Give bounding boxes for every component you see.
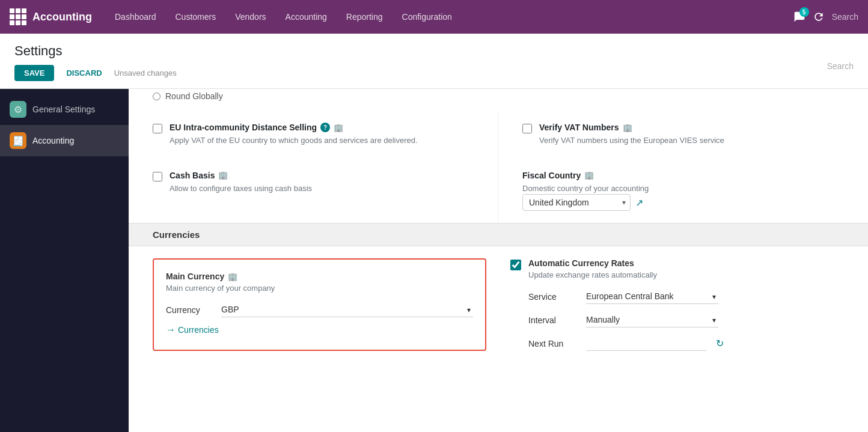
round-globally-label: Round Globally [165,91,223,101]
sidebar: ⚙ General Settings 🧾 Accounting [0,89,129,432]
currencies-grid: Main Currency 🏢 Main currency of your co… [129,246,868,363]
cash-basis-text: Cash Basis 🏢 Allow to configure taxes us… [170,171,312,195]
cash-basis-desc: Allow to configure taxes using cash basi… [170,183,312,195]
eu-distance-enterprise-icon: 🏢 [334,123,343,132]
nav-links: Dashboard Customers Vendors Accounting R… [106,7,789,26]
auto-currency-fields: Service European Central Bank Open Excha… [510,289,832,351]
app-title: Accounting [32,11,92,23]
sidebar-accounting-label: Accounting [32,136,74,145]
main-content: Round Globally EU Intra-community Distan… [129,89,868,432]
eu-distance-desc: Apply VAT of the EU country to which goo… [170,135,418,147]
verify-vat-setting: Verify VAT Numbers 🏢 Verify VAT numbers … [498,111,868,159]
interval-label: Interval [528,315,576,325]
discard-button[interactable]: DISCARD [61,65,106,81]
search-area[interactable]: Search [827,61,854,71]
refresh-icon[interactable]: ↻ [716,338,724,349]
top-nav: Accounting Dashboard Customers Vendors A… [0,0,868,34]
interval-field-row: Interval Manually Daily Weekly Monthly [528,312,832,327]
next-run-field-row: Next Run ↻ [528,336,832,351]
fiscal-enterprise-icon: 🏢 [584,171,594,180]
currency-select[interactable]: GBP [221,302,473,317]
arrow-right-icon: → [166,324,176,335]
verify-vat-title: Verify VAT Numbers 🏢 [539,123,724,132]
nav-customers[interactable]: Customers [167,7,225,26]
cash-basis-checkbox[interactable] [153,172,162,181]
main-currency-title: Main Currency 🏢 [166,272,473,281]
refresh-nav-button[interactable] [813,11,825,23]
main-currency-desc: Main currency of your company [166,284,473,293]
service-field-row: Service European Central Bank Open Excha… [528,289,832,304]
round-globally-row: Round Globally [129,89,868,111]
cash-basis-setting: Cash Basis 🏢 Allow to configure taxes us… [129,159,498,224]
nav-right: 5 Search [793,11,858,23]
unsaved-label: Unsaved changes [114,68,177,78]
verify-vat-checkbox[interactable] [522,124,532,133]
grid-icon [10,8,26,25]
message-badge: 5 [799,7,809,17]
cash-basis-title: Cash Basis 🏢 [170,171,312,180]
page-container: Settings SAVE DISCARD Unsaved changes Se… [0,34,868,432]
eu-distance-checkbox[interactable] [153,124,162,133]
auto-currency-section: Automatic Currency Rates Update exchange… [498,258,844,351]
main-currency-enterprise-icon: 🏢 [228,272,237,281]
service-select-wrapper: European Central Bank Open Exchange Rate… [586,289,718,304]
sidebar-general-label: General Settings [32,105,95,114]
eu-distance-setting: EU Intra-community Distance Selling ? 🏢 … [129,111,498,159]
gear-icon: ⚙ [10,101,26,118]
eu-distance-help-icon[interactable]: ? [320,123,330,132]
page-title: Settings [14,43,177,59]
page-header-left: Settings SAVE DISCARD Unsaved changes [14,43,177,88]
auto-currency-header: Automatic Currency Rates Update exchange… [510,258,832,279]
nav-reporting[interactable]: Reporting [338,7,391,26]
round-globally-radio[interactable] [153,93,160,100]
fiscal-select-row: United Kingdom ↗ [522,194,649,211]
app-logo[interactable]: Accounting [10,8,92,25]
verify-vat-text: Verify VAT Numbers 🏢 Verify VAT numbers … [539,123,724,147]
verify-vat-enterprise-icon: 🏢 [623,123,632,132]
eu-distance-text: EU Intra-community Distance Selling ? 🏢 … [170,123,418,147]
fiscal-country-external-link[interactable]: ↗ [635,197,643,208]
fiscal-country-text: Fiscal Country 🏢 Domestic country of you… [522,171,649,211]
currency-select-wrapper: GBP [221,302,473,317]
body-layout: ⚙ General Settings 🧾 Accounting Round Gl… [0,89,868,432]
next-run-label: Next Run [528,339,576,348]
settings-grid: EU Intra-community Distance Selling ? 🏢 … [129,111,868,223]
eu-distance-title: EU Intra-community Distance Selling ? 🏢 [170,123,418,132]
sidebar-item-accounting[interactable]: 🧾 Accounting [0,125,129,156]
service-select[interactable]: European Central Bank Open Exchange Rate… [586,289,718,304]
service-label: Service [528,292,576,302]
fiscal-country-setting: Fiscal Country 🏢 Domestic country of you… [498,159,868,224]
nav-dashboard[interactable]: Dashboard [106,7,165,26]
currencies-link[interactable]: → Currencies [166,324,473,335]
toolbar: SAVE DISCARD Unsaved changes [14,65,177,88]
cash-basis-enterprise-icon: 🏢 [218,171,228,180]
auto-currency-desc: Update exchange rates automatically [528,270,657,279]
fiscal-country-desc: Domestic country of your accounting [522,183,649,195]
main-currency-box: Main Currency 🏢 Main currency of your co… [153,258,486,351]
currencies-section-header: Currencies [129,223,868,246]
currency-label: Currency [166,305,214,315]
auto-currency-text: Automatic Currency Rates Update exchange… [528,258,657,279]
interval-select[interactable]: Manually Daily Weekly Monthly [586,312,718,327]
auto-currency-title: Automatic Currency Rates [528,258,657,268]
nav-vendors[interactable]: Vendors [227,7,274,26]
nav-accounting[interactable]: Accounting [277,7,335,26]
interval-select-wrapper: Manually Daily Weekly Monthly [586,312,718,327]
currency-field-row: Currency GBP [166,302,473,317]
sidebar-item-general-settings[interactable]: ⚙ General Settings [0,94,129,125]
fiscal-country-select[interactable]: United Kingdom [522,194,631,211]
page-header: Settings SAVE DISCARD Unsaved changes Se… [0,34,868,89]
next-run-input[interactable] [586,336,706,351]
messages-button[interactable]: 5 [793,11,805,23]
fiscal-country-title: Fiscal Country 🏢 [522,171,649,180]
search-nav[interactable]: Search [832,12,858,22]
auto-currency-checkbox[interactable] [510,260,521,270]
accounting-icon: 🧾 [10,132,26,149]
nav-configuration[interactable]: Configuration [394,7,460,26]
verify-vat-desc: Verify VAT numbers using the European VI… [539,135,724,147]
save-button[interactable]: SAVE [14,65,54,81]
fiscal-country-select-wrapper: United Kingdom [522,194,631,211]
